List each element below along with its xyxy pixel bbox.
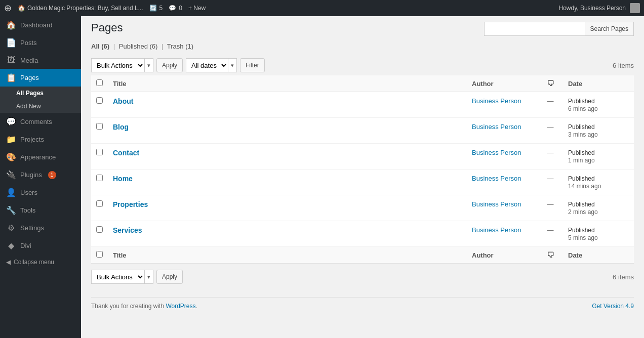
top-bar-right: Howdy, Business Person — [558, 3, 640, 13]
author-link[interactable]: Business Person — [472, 97, 521, 105]
sidebar-item-projects[interactable]: 📁 Projects — [0, 131, 81, 148]
row-comment-cell: — — [538, 170, 563, 195]
page-title-link[interactable]: Blog — [113, 123, 129, 131]
table-row: About Business Person — Published 6 mins… — [91, 92, 634, 118]
row-checkbox-5[interactable] — [96, 226, 103, 233]
filter-published-link[interactable]: Published (6) — [119, 43, 159, 50]
updates-link[interactable]: 🔄 5 — [149, 5, 163, 12]
row-checkbox-0[interactable] — [96, 97, 103, 104]
page-title-link[interactable]: About — [113, 97, 133, 105]
date-filter-top[interactable]: All dates ▾ — [186, 58, 237, 72]
comment-dash: — — [547, 149, 554, 156]
sidebar-item-comments[interactable]: 💬 Comments — [0, 113, 81, 131]
row-checkbox-3[interactable] — [96, 175, 103, 181]
bulk-actions-dropdown-top[interactable]: Bulk Actions — [91, 58, 144, 72]
header-author[interactable]: Author — [467, 75, 538, 92]
table-row: Home Business Person — Published 14 mins… — [91, 170, 634, 195]
comments-link[interactable]: 💬 0 — [169, 5, 182, 12]
footer-date: Date — [563, 247, 634, 264]
layout: 🏠 Dashboard 📄 Posts 🖼 Media 📋 Pages All … — [0, 16, 644, 338]
page-header-row: Pages Search Pages — [91, 21, 634, 39]
top-bar: ⊕ 🏠 Golden Magic Properties: Buy, Sell a… — [0, 0, 644, 16]
bulk-actions-select-bottom[interactable]: Bulk Actions ▾ — [91, 270, 153, 284]
sidebar-item-divi[interactable]: ◆ Divi — [0, 237, 81, 255]
sidebar-item-users[interactable]: 👤 Users — [0, 184, 81, 201]
select-all-checkbox-bottom[interactable] — [96, 251, 103, 258]
bottom-toolbar: Bulk Actions ▾ Apply 6 items — [91, 267, 634, 287]
filter-button-top[interactable]: Filter — [240, 58, 265, 72]
footer-author: Author — [467, 247, 538, 264]
apply-button-bottom[interactable]: Apply — [156, 270, 183, 284]
header-date[interactable]: Date — [563, 75, 634, 92]
date-time: 14 mins ago — [568, 183, 601, 190]
users-icon: 👤 — [6, 188, 16, 197]
search-input[interactable] — [484, 22, 585, 36]
pages-icon: 📋 — [6, 73, 16, 82]
sidebar-item-label: Users — [20, 189, 37, 196]
avatar[interactable] — [630, 3, 640, 13]
comment-dash: — — [547, 97, 554, 105]
header-comment: 🗨 — [538, 75, 563, 92]
apply-button-top[interactable]: Apply — [156, 58, 183, 72]
items-count-bottom: 6 items — [613, 273, 634, 281]
collapse-menu-button[interactable]: ◀ Collapse menu — [0, 255, 81, 270]
sidebar-item-pages[interactable]: 📋 Pages — [0, 69, 81, 87]
row-title-cell: Services — [108, 221, 467, 247]
sidebar-sub-add-new[interactable]: Add New — [0, 100, 81, 113]
select-all-checkbox-top[interactable] — [96, 79, 103, 86]
header-title[interactable]: Title — [108, 75, 467, 92]
row-title-cell: Properties — [108, 195, 467, 221]
page-title-link[interactable]: Properties — [113, 200, 148, 208]
author-link[interactable]: Business Person — [472, 123, 521, 131]
sidebar-item-media[interactable]: 🖼 Media — [0, 52, 81, 69]
sidebar-item-plugins[interactable]: 🔌 Plugins 1 — [0, 166, 81, 184]
wordpress-link[interactable]: WordPress — [166, 303, 195, 310]
row-date-cell: Published 6 mins ago — [563, 92, 634, 118]
date-dropdown-top[interactable]: All dates — [186, 58, 228, 72]
author-link[interactable]: Business Person — [472, 175, 521, 182]
bulk-actions-arrow-top[interactable]: ▾ — [144, 58, 153, 72]
author-link[interactable]: Business Person — [472, 200, 521, 208]
settings-icon: ⚙ — [6, 223, 16, 233]
page-title-link[interactable]: Home — [113, 175, 133, 183]
sidebar-item-posts[interactable]: 📄 Posts — [0, 34, 81, 52]
author-link[interactable]: Business Person — [472, 149, 521, 156]
filter-all-link[interactable]: All (6) — [91, 43, 111, 50]
sidebar-item-dashboard[interactable]: 🏠 Dashboard — [0, 16, 81, 34]
page-title: Pages — [91, 21, 123, 34]
row-author-cell: Business Person — [467, 118, 538, 144]
plugins-badge: 1 — [48, 171, 56, 179]
filter-trash-link[interactable]: Trash (1) — [167, 43, 193, 50]
page-title-link[interactable]: Contact — [113, 149, 139, 157]
wp-logo-icon[interactable]: ⊕ — [4, 3, 12, 14]
media-icon: 🖼 — [6, 56, 16, 65]
row-author-cell: Business Person — [467, 221, 538, 247]
date-arrow-top[interactable]: ▾ — [228, 58, 237, 72]
sidebar-item-appearance[interactable]: 🎨 Appearance — [0, 148, 81, 166]
sidebar-sub-all-pages[interactable]: All Pages — [0, 87, 81, 100]
footer-title[interactable]: Title — [108, 247, 467, 264]
page-title-link[interactable]: Services — [113, 226, 142, 234]
row-checkbox-1[interactable] — [96, 123, 103, 130]
site-name-link[interactable]: 🏠 Golden Magic Properties: Buy, Sell and… — [18, 5, 143, 12]
projects-icon: 📁 — [6, 135, 16, 144]
author-link[interactable]: Business Person — [472, 226, 521, 234]
bulk-actions-arrow-bottom[interactable]: ▾ — [144, 270, 153, 284]
version-link: Get Version 4.9 — [592, 303, 634, 310]
date-status: Published — [568, 98, 595, 105]
new-content-link[interactable]: + New — [188, 5, 206, 12]
sep1: | — [113, 43, 115, 50]
row-checkbox-2[interactable] — [96, 149, 103, 155]
date-status: Published — [568, 149, 595, 156]
date-status: Published — [568, 227, 595, 234]
row-checkbox-4[interactable] — [96, 200, 103, 207]
search-pages-button[interactable]: Search Pages — [585, 22, 634, 36]
sidebar-item-tools[interactable]: 🔧 Tools — [0, 201, 81, 219]
bulk-actions-dropdown-bottom[interactable]: Bulk Actions — [91, 270, 144, 284]
divi-icon: ◆ — [6, 241, 16, 250]
footer-checkbox-cell — [91, 247, 108, 264]
row-checkbox-cell — [91, 221, 108, 247]
sidebar: 🏠 Dashboard 📄 Posts 🖼 Media 📋 Pages All … — [0, 16, 81, 338]
bulk-actions-select-top[interactable]: Bulk Actions ▾ — [91, 58, 153, 72]
sidebar-item-settings[interactable]: ⚙ Settings — [0, 219, 81, 237]
